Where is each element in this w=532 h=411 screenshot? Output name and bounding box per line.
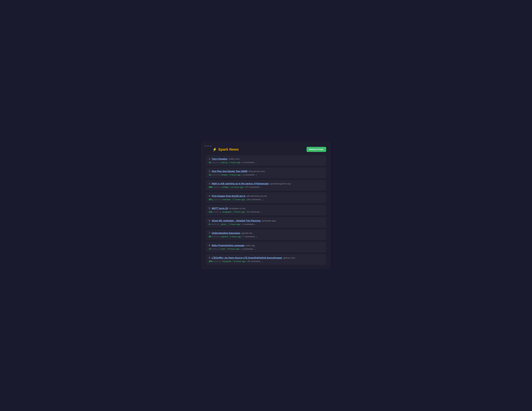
meta-user[interactable]: _phnd_: [220, 223, 227, 225]
meta-time: 76 hours ago: [227, 248, 239, 250]
meta-user[interactable]: tosh: [221, 248, 225, 250]
post-card: 2. One Plus One Equals Two (2006) (blog.…: [206, 168, 326, 178]
app-window: ⚡ Spark News Refresh Posts 1. Tog's Para…: [202, 142, 330, 269]
post-meta: 203 points by transpute | 13 hours ago |…: [209, 260, 323, 263]
meta-user[interactable]: transpute: [222, 260, 231, 263]
post-link[interactable]: LTESniffer: An Open-Source LTE Downlink/…: [212, 257, 282, 259]
win-ctrl-2: [207, 145, 209, 147]
post-title-row: 4. First images from Euclid are in (dlmu…: [209, 195, 323, 197]
post-card: 9. LTESniffer: An Open-Source LTE Downli…: [206, 254, 326, 265]
expand-comments-button[interactable]: ⌄: [255, 161, 257, 164]
meta-points: 580: [209, 186, 212, 188]
post-domain: (gestalt.ink): [241, 232, 252, 234]
meta-time: 5 hours ago: [229, 173, 241, 176]
post-domain: (votito.com): [228, 158, 240, 160]
meta-comments-label: comments: [243, 248, 253, 250]
meta-user[interactable]: lapnect: [221, 235, 228, 238]
expand-comments-button[interactable]: ⌄: [261, 260, 264, 263]
post-meta: 580 points by philiplu | 14 hours ago | …: [209, 186, 323, 188]
refresh-button[interactable]: Refresh Posts: [306, 147, 326, 152]
meta-comments-count: 4: [243, 173, 244, 176]
post-domain: (raku.org): [246, 244, 255, 247]
meta-points: 17: [209, 248, 211, 250]
window-controls: [205, 145, 211, 147]
meta-comments-count: 243: [247, 198, 250, 201]
meta-time: 1 hours ago: [229, 161, 240, 164]
meta-points: 66: [209, 235, 211, 238]
post-meta: 31 points by lemper | 5 hours ago | 4 co…: [209, 173, 323, 176]
post-link[interactable]: Raku Programming Language: [212, 244, 245, 247]
post-card: 3. Math is still catching up to the geni…: [206, 180, 326, 191]
post-meta: 31 points by adzicg | 1 hours ago | 4 co…: [209, 161, 323, 164]
post-title-row: 8. Raku Programming Language (raku.org): [209, 244, 323, 247]
meta-user[interactable]: lemper: [221, 173, 228, 176]
post-link[interactable]: First images from Euclid are in: [212, 195, 246, 197]
post-number: 2.: [209, 170, 211, 172]
meta-comments-label: comments: [251, 198, 261, 201]
post-meta: 152 points by andypiper | 3 hours ago | …: [209, 210, 323, 213]
meta-comments-label: comments: [244, 161, 254, 164]
header: ⚡ Spark News Refresh Posts: [206, 147, 326, 152]
post-domain: (github.com): [283, 257, 295, 259]
post-domain: (quantamagazine.org): [270, 182, 291, 185]
meta-comments-count: 7: [243, 235, 244, 238]
meta-comments-count: 4: [242, 161, 244, 164]
post-card: 1. Tog's Paradox (votito.com) 31 points …: [206, 155, 326, 166]
post-link[interactable]: Tog's Paradox: [212, 158, 228, 160]
meta-comments-label: comments: [244, 223, 254, 225]
title-text: Spark News: [218, 147, 239, 152]
expand-comments-button[interactable]: ⌄: [260, 210, 263, 213]
meta-time: 1 hours ago: [229, 223, 240, 225]
post-number: 8.: [209, 244, 211, 247]
post-link[interactable]: MQTT turns 25: [212, 207, 228, 210]
post-title-row: 7. Understanding Gaussians (gestalt.ink): [209, 232, 323, 234]
expand-comments-button[interactable]: ⌄: [254, 248, 256, 250]
expand-comments-button[interactable]: ⌄: [255, 223, 257, 225]
expand-comments-button[interactable]: ⌄: [262, 198, 264, 201]
post-card: 5. MQTT turns 25 (andypiper.co.uk) 152 p…: [206, 205, 326, 215]
posts-list: 1. Tog's Paradox (votito.com) 31 points …: [206, 155, 326, 265]
meta-comments-count: 33: [247, 210, 249, 213]
meta-comments-count: 277: [245, 186, 249, 188]
meta-time: 5 hours ago: [230, 235, 241, 238]
post-card: 4. First images from Euclid are in (dlmu…: [206, 192, 326, 203]
post-number: 6.: [209, 219, 211, 222]
post-domain: (blog.plover.com): [248, 170, 265, 172]
post-domain: (dlmultimedia.esa.int): [246, 195, 267, 197]
bolt-icon: ⚡: [212, 147, 217, 152]
post-number: 1.: [209, 158, 211, 160]
post-link[interactable]: Understanding Gaussians: [212, 232, 240, 234]
post-meta: 17 points by tosh | 76 hours ago | 1 com…: [209, 248, 323, 250]
post-title-row: 1. Tog's Paradox (votito.com): [209, 158, 323, 160]
post-number: 7.: [209, 232, 211, 234]
post-card: 7. Understanding Gaussians (gestalt.ink)…: [206, 229, 326, 240]
post-meta: 6 points by _phnd_ | 1 hours ago | 1 com…: [209, 223, 323, 225]
meta-comments-label: comments: [249, 186, 259, 188]
post-number: 3.: [209, 182, 211, 185]
meta-time: 13 hours ago: [233, 260, 246, 263]
post-meta: 66 points by lapnect | 5 hours ago | 7 c…: [209, 235, 323, 238]
post-link[interactable]: One Plus One Equals Two (2006): [212, 170, 247, 172]
post-number: 5.: [209, 207, 211, 210]
post-meta: 831 points by mooreds | 17 hours ago | 2…: [209, 198, 323, 201]
meta-comments-label: comments: [245, 173, 255, 176]
expand-comments-button[interactable]: ⌄: [260, 186, 263, 188]
post-title-row: 6. Show HN: Ambulate – Detailed Trip Pla…: [209, 219, 323, 222]
meta-user[interactable]: philiplu: [222, 186, 229, 188]
expand-comments-button[interactable]: ⌄: [256, 235, 258, 238]
meta-points: 31: [209, 161, 211, 164]
meta-user[interactable]: mooreds: [222, 198, 231, 201]
meta-user[interactable]: adzicg: [221, 161, 228, 164]
meta-points: 31: [209, 173, 211, 176]
meta-user[interactable]: andypiper: [222, 210, 232, 213]
meta-comments-label: comments: [250, 260, 260, 263]
meta-time: 14 hours ago: [231, 186, 243, 188]
expand-comments-button[interactable]: ⌄: [255, 173, 257, 176]
meta-comments-label: comments: [250, 210, 260, 213]
post-link[interactable]: Show HN: Ambulate – Detailed Trip Planni…: [212, 219, 261, 222]
post-link[interactable]: Math is still catching up to the genius …: [212, 182, 269, 185]
meta-points: 203: [209, 260, 212, 263]
post-title-row: 2. One Plus One Equals Two (2006) (blog.…: [209, 170, 323, 172]
win-ctrl-3: [210, 145, 211, 147]
meta-points: 152: [209, 210, 212, 213]
